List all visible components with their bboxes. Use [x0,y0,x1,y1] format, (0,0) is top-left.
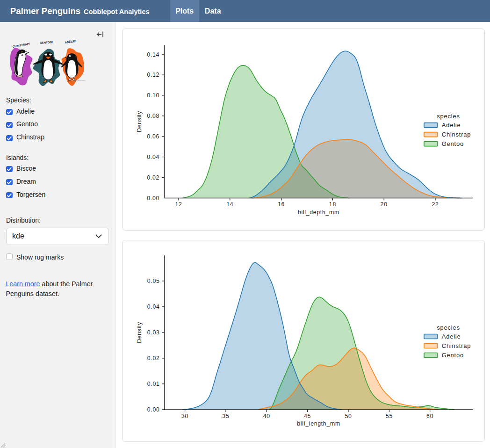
svg-text:0.03: 0.03 [147,329,160,336]
svg-text:Density: Density [136,111,143,132]
svg-text:species: species [437,324,460,331]
svg-text:CHINSTRAP!: CHINSTRAP! [12,42,30,48]
svg-text:Adelie: Adelie [442,333,461,340]
svg-text:0.14: 0.14 [147,51,159,58]
svg-text:0.06: 0.06 [147,133,159,140]
svg-text:0.01: 0.01 [147,381,160,387]
svg-text:0.02: 0.02 [147,174,159,181]
svg-text:0.00: 0.00 [147,406,160,413]
svg-text:Density: Density [136,322,143,343]
svg-text:22: 22 [432,201,439,208]
svg-text:Adelie: Adelie [442,122,461,129]
svg-text:bill_depth_mm: bill_depth_mm [298,209,339,216]
svg-text:0.04: 0.04 [147,154,159,160]
svg-text:Gentoo: Gentoo [442,140,464,147]
svg-text:species: species [437,113,460,120]
svg-text:60: 60 [426,413,433,419]
svg-text:40: 40 [263,413,270,419]
svg-text:16: 16 [278,201,285,208]
svg-text:0.08: 0.08 [147,113,159,119]
svg-text:18: 18 [329,201,336,208]
svg-text:14: 14 [226,201,233,208]
svg-text:0.05: 0.05 [147,278,160,284]
svg-text:Artwork: allison horst: Artwork: allison horst [72,79,86,81]
svg-text:Chinstrap: Chinstrap [442,131,471,138]
svg-text:0.04: 0.04 [147,303,160,310]
svg-text:GENTOO!: GENTOO! [40,40,53,44]
svg-text:30: 30 [181,413,188,419]
svg-text:45: 45 [304,413,311,419]
svg-text:12: 12 [175,201,182,208]
svg-text:bill_length_mm: bill_length_mm [297,420,340,427]
svg-text:ADĒLIE!: ADĒLIE! [65,39,76,44]
svg-text:35: 35 [222,413,229,419]
svg-text:0.02: 0.02 [147,355,160,361]
svg-text:50: 50 [345,413,352,419]
svg-text:Chinstrap: Chinstrap [442,342,471,349]
svg-text:0.10: 0.10 [147,92,159,99]
svg-text:Gentoo: Gentoo [442,352,464,359]
svg-text:20: 20 [381,201,388,208]
svg-text:55: 55 [386,413,393,419]
svg-text:0.12: 0.12 [147,72,159,78]
svg-text:0.00: 0.00 [147,195,159,202]
